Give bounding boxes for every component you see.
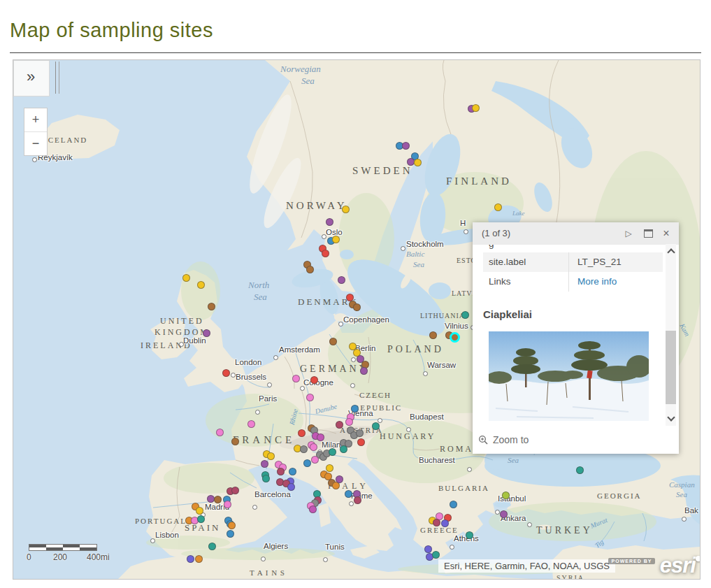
site-marker[interactable] [326,464,333,472]
zoom-in-button[interactable]: + [24,108,47,132]
site-marker[interactable] [407,158,415,166]
popup-scrollbar[interactable] [666,244,676,426]
site-marker[interactable] [182,274,190,282]
next-feature-icon[interactable]: ▷ [622,222,635,245]
site-marker[interactable] [351,405,359,413]
city-dot [350,383,355,388]
site-marker[interactable] [227,530,234,538]
site-marker[interactable] [231,487,239,494]
site-marker[interactable] [311,456,319,464]
site-marker[interactable] [500,510,508,518]
site-marker[interactable] [336,421,343,429]
site-marker[interactable] [466,531,473,539]
site-marker[interactable] [267,452,275,460]
scroll-thumb[interactable] [666,331,676,404]
site-marker[interactable] [329,338,337,345]
expand-panel-button[interactable]: » [13,60,48,95]
site-marker[interactable] [346,294,354,301]
site-marker[interactable] [356,429,364,437]
site-marker[interactable] [441,519,449,527]
city-dot [179,342,184,347]
site-marker[interactable] [309,505,317,513]
site-marker[interactable] [332,236,340,243]
site-marker[interactable] [329,448,336,456]
site-marker[interactable] [306,266,314,273]
site-marker[interactable] [340,445,347,453]
site-marker[interactable] [203,329,210,337]
site-marker[interactable] [429,331,437,339]
site-marker[interactable] [261,460,268,468]
site-marker[interactable] [317,433,324,441]
site-marker[interactable] [414,159,422,166]
site-marker[interactable] [336,475,343,483]
sea-label: Sea [301,76,315,87]
city-dot [261,557,266,561]
site-marker[interactable] [432,551,440,559]
site-marker[interactable] [298,429,306,437]
site-marker[interactable] [287,483,295,491]
city-dot [338,322,343,327]
zoom-to-button[interactable]: Zoom to [473,426,679,454]
site-marker[interactable] [196,507,203,515]
site-marker[interactable] [197,281,205,289]
site-marker[interactable] [208,303,215,310]
zoom-out-button[interactable]: − [24,132,47,155]
site-marker[interactable] [262,475,270,482]
site-marker[interactable] [224,501,231,508]
site-marker[interactable] [306,394,314,401]
site-marker[interactable] [576,466,584,474]
scroll-down-icon[interactable] [667,413,675,421]
site-marker[interactable] [303,459,311,467]
site-marker[interactable] [195,555,203,563]
site-marker[interactable] [207,495,215,503]
popup-header[interactable]: (1 of 3) ▷ × [473,222,679,245]
city-dot [682,517,687,522]
site-marker[interactable] [354,496,361,504]
city-label: Budapest [410,413,444,421]
selected-site-marker[interactable] [450,332,460,343]
site-marker[interactable] [289,468,296,475]
map-canvas[interactable]: ICELANDNORWAYSWEDENFINLANDESTONIALATVIAL… [13,59,701,580]
maximize-icon[interactable] [641,222,655,245]
site-marker[interactable] [342,206,350,213]
site-marker[interactable] [228,522,236,529]
site-marker[interactable] [502,492,510,499]
site-marker[interactable] [326,218,333,226]
site-marker[interactable] [372,422,380,430]
site-marker[interactable] [300,445,308,453]
site-marker[interactable] [472,104,480,112]
more-info-link[interactable]: More info [569,272,617,292]
site-marker[interactable] [310,443,317,451]
site-marker[interactable] [292,375,300,382]
site-marker[interactable] [433,519,440,526]
site-marker[interactable] [310,376,318,384]
site-marker[interactable] [247,420,255,428]
site-marker[interactable] [187,555,194,563]
close-icon[interactable]: × [659,222,673,245]
site-marker[interactable] [424,545,432,553]
site-marker[interactable] [216,429,224,436]
popup-content[interactable]: g site.label LT_PS_21 Links More info Ci… [473,245,663,426]
site-marker[interactable] [345,490,352,498]
site-marker[interactable] [357,438,365,446]
esri-brand: esri [660,555,696,576]
site-marker[interactable] [222,369,230,377]
site-marker[interactable] [208,543,216,550]
site-photo[interactable] [489,331,649,421]
site-marker[interactable] [197,515,205,523]
scroll-up-icon[interactable] [667,248,675,256]
site-marker[interactable] [494,203,502,211]
site-marker[interactable] [231,438,239,445]
site-marker[interactable] [277,468,285,475]
site-marker[interactable] [345,418,353,426]
site-marker[interactable] [461,311,469,319]
site-marker[interactable] [450,501,457,508]
site-marker[interactable] [353,303,361,311]
site-marker[interactable] [338,276,345,284]
site-marker[interactable] [402,142,410,150]
site-marker[interactable] [214,496,222,503]
city-label: Warsaw [427,361,456,369]
site-marker[interactable] [360,367,368,375]
scalebar-label-200: 200 [53,552,67,562]
site-marker[interactable] [322,250,329,257]
